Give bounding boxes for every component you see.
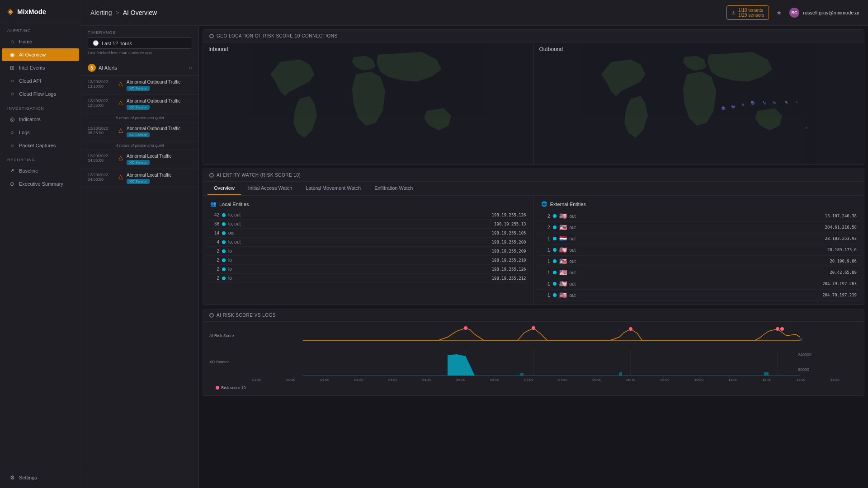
entity-status-dot — [553, 237, 557, 240]
tab-lateral-movement[interactable]: Lateral Movement Watch — [299, 182, 367, 195]
tab-initial-access[interactable]: Initial Access Watch — [242, 182, 298, 195]
outbound-world-map: 10 Seul 29 6 6 32 — [534, 42, 864, 164]
tenant-sensor-badge[interactable]: ⚠ 1/10 tenants 1/29 sensors — [726, 5, 769, 20]
section-label-reporting: Reporting — [0, 152, 81, 164]
local-entities-title: Local Entities — [219, 202, 249, 207]
entity-row[interactable]: 1 🇳🇱 out 28.103.253.93 — [538, 233, 861, 244]
right-panel: GEO LOCATION OF RISK SCORE 10 CONNECTION… — [199, 26, 868, 488]
svg-point-26 — [780, 327, 784, 331]
sidebar-item-label: Cloud API — [19, 78, 41, 84]
home-icon: ⌂ — [9, 38, 15, 45]
sidebar-item-intel-events[interactable]: ⊞ Intel Events — [2, 61, 79, 74]
alert-item[interactable]: 12/20/2022 04:05:00 △ Abnormal Local Tra… — [81, 150, 198, 169]
entity-row[interactable]: 1 🇺🇸 out 20.42.65.89 — [538, 267, 861, 278]
alert-date: 12/20/2022 08:25:00 — [88, 126, 115, 135]
alerts-title-text: AI Alerts — [99, 65, 117, 70]
entity-row[interactable]: 1 🇺🇸 out 20.189.173.6 — [538, 244, 861, 256]
sidebar-item-baseline[interactable]: ↗ Baseline — [2, 164, 79, 177]
sidebar-item-ai-overview[interactable]: ◉ AI Overview — [2, 48, 79, 61]
alert-item[interactable]: 12/20/2022 04:00:00 △ Abnormal Local Tra… — [81, 169, 198, 188]
flag-icon: 🇺🇸 — [559, 291, 567, 299]
geo-section: GEO LOCATION OF RISK SCORE 10 CONNECTION… — [203, 29, 864, 165]
timerange-selector[interactable]: 🕐 Last 12 hours — [88, 38, 192, 49]
external-entities-header: 🌐 External Entities — [538, 199, 861, 211]
risk-score-label: AI Risk Score — [209, 333, 245, 338]
risk-legend: Risk score 10 — [209, 384, 858, 393]
alert-content: Abnormal Local Traffic XC Sensor — [127, 173, 171, 184]
sidebar-item-cloud-api[interactable]: ○ Cloud API — [2, 75, 79, 87]
inbound-map: Inbound — [203, 42, 533, 164]
xc-sensor-label: XC Sensor — [209, 360, 245, 364]
tab-exfiltration[interactable]: Exfiltration Watch — [368, 182, 419, 195]
entity-row[interactable]: 1 🇺🇸 out 204.79.197.203 — [538, 278, 861, 290]
sidebar-section-reporting: Reporting ↗ Baseline ⊙ Executive Summary — [0, 152, 81, 191]
entity-row[interactable]: 4 lo, out 198.19.255.208 — [207, 238, 530, 247]
svg-text:60000: 60000 — [798, 367, 809, 372]
sidebar-section-investigation: Investigation ◎ Indicators ○ Logs ○ Pack… — [0, 101, 81, 152]
entity-status-dot — [553, 293, 557, 297]
svg-text:Seul: Seul — [731, 105, 735, 107]
peace-divider: 5 hours of peace and quiet — [81, 114, 198, 122]
logo-icon: ◈ — [7, 6, 14, 16]
ai-overview-icon: ◉ — [9, 52, 15, 58]
settings-icon: ⚙ — [9, 474, 15, 481]
alert-item[interactable]: 12/20/2022 12:55:00 △ Abnormal Outbound … — [81, 95, 198, 114]
sidebar-item-label: Baseline — [19, 168, 38, 174]
executive-summary-icon: ⊙ — [9, 181, 15, 187]
packet-captures-icon: ○ — [9, 142, 15, 149]
entity-row[interactable]: 2 lo 198.19.255.210 — [207, 256, 530, 265]
sidebar-item-home[interactable]: ⌂ Home — [2, 35, 79, 48]
alert-warning-icon: △ — [118, 80, 123, 87]
sidebar-item-label: Intel Events — [19, 65, 45, 70]
badge-text: 1/10 tenants 1/29 sensors — [738, 8, 764, 18]
external-entities-title: External Entities — [550, 202, 586, 207]
flag-icon: 🇺🇸 — [559, 258, 567, 265]
external-entities-column: 🌐 External Entities 2 🇺🇸 out 13.107.246.… — [533, 196, 864, 305]
alert-item[interactable]: 12/20/2022 08:25:00 △ Abnormal Outbound … — [81, 122, 198, 141]
header: Alerting > AI Overview ⚠ 1/10 tenants 1/… — [81, 0, 868, 26]
svg-point-8 — [741, 103, 744, 106]
entity-row[interactable]: 1 🇺🇸 out 20.190.9.86 — [538, 256, 861, 267]
local-entities-column: 👥 Local Entities 42 lo, out 198.19.255.1… — [203, 196, 533, 305]
geo-maps: Inbound — [203, 42, 864, 164]
entity-row[interactable]: 2 🇺🇸 out 204.61.216.58 — [538, 222, 861, 233]
entity-row[interactable]: 14 out 198.19.255.105 — [207, 229, 530, 238]
entity-content: 👥 Local Entities 42 lo, out 198.19.255.1… — [203, 196, 864, 305]
alert-date: 12/20/2022 04:05:00 — [88, 154, 115, 163]
star-icon[interactable]: ★ — [776, 9, 782, 16]
sensor-count: 1/29 sensors — [738, 13, 764, 18]
alerts-count: 5 — [88, 64, 96, 72]
entity-status-dot — [553, 271, 557, 274]
user-initials: RG — [792, 10, 798, 15]
entity-row[interactable]: 2 lo 198.19.255.209 — [207, 247, 530, 256]
sidebar-item-cloud-flow-logs[interactable]: ○ Cloud Flow Logs — [2, 88, 79, 100]
entity-section-header: AI ENTITY WATCH (Risk Score 10) — [203, 169, 864, 182]
sidebar-item-logs[interactable]: ○ Logs — [2, 126, 79, 139]
breadcrumb-parent: Alerting — [90, 9, 112, 16]
entity-row[interactable]: 1 🇺🇸 out 204.79.197.219 — [538, 290, 861, 301]
entity-tabs: Overview Initial Access Watch Lateral Mo… — [203, 182, 864, 196]
sidebar-item-executive-summary[interactable]: ⊙ Executive Summary — [2, 178, 79, 190]
collapse-button[interactable]: « — [189, 65, 192, 71]
sidebar-item-indicators[interactable]: ◎ Indicators — [2, 113, 79, 126]
alert-item[interactable]: 12/20/2022 13:10:00 △ Abnormal Outbound … — [81, 76, 198, 95]
tab-overview[interactable]: Overview — [208, 182, 241, 195]
sidebar-item-label: AI Overview — [19, 52, 46, 57]
entity-watch-section: AI ENTITY WATCH (Risk Score 10) Overview… — [203, 169, 864, 305]
legend-dot — [216, 386, 219, 389]
entity-status-dot — [553, 225, 557, 229]
alert-warning-icon: △ — [118, 127, 123, 133]
entity-row[interactable]: 42 lo, out 198.19.255.126 — [207, 211, 530, 220]
alerts-title: 5 AI Alerts — [88, 64, 117, 72]
entity-row[interactable]: 2 🇺🇸 out 13.107.246.38 — [538, 211, 861, 222]
entity-row[interactable]: 2 lo 198.19.255.212 — [207, 274, 530, 283]
sidebar-item-settings[interactable]: ⚙ Settings — [2, 471, 79, 484]
user-avatar: RG — [789, 8, 799, 18]
entity-row[interactable]: 38 lo, out 198.19.255.13 — [207, 220, 530, 229]
sidebar-item-packet-captures[interactable]: ○ Packet Captures — [2, 139, 79, 152]
svg-text:240000: 240000 — [798, 352, 811, 357]
entity-row[interactable]: 2 lo 198.19.255.126 — [207, 265, 530, 274]
alerts-header: 5 AI Alerts « — [81, 60, 198, 76]
sidebar-item-label: Executive Summary — [19, 181, 63, 187]
time-axis: 01:50 02:00 03:00 03:20 04:00 04:30 05:0… — [209, 377, 840, 384]
